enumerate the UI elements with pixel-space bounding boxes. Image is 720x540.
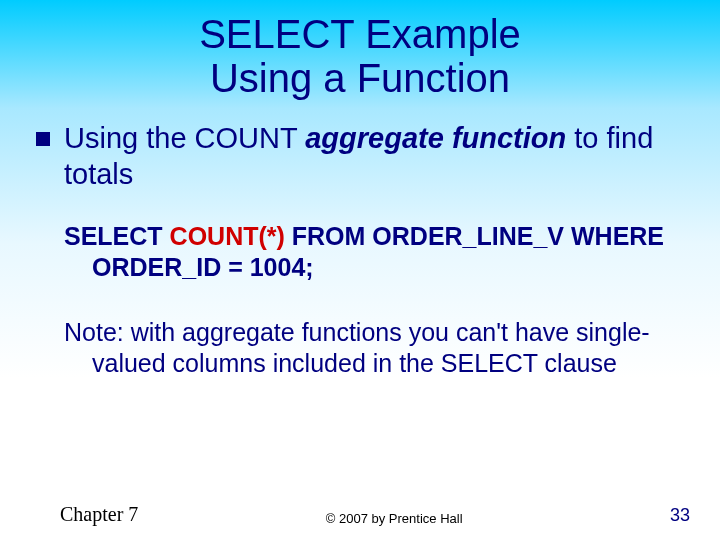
footer-copyright: © 2007 by Prentice Hall (138, 511, 650, 526)
slide-footer: Chapter 7 © 2007 by Prentice Hall 33 (0, 503, 720, 526)
title-line-1: SELECT Example (199, 12, 521, 56)
bullet-emph: aggregate function (305, 122, 566, 154)
footer-chapter: Chapter 7 (60, 503, 138, 526)
slide-body: Using the COUNT aggregate function to fi… (0, 100, 720, 378)
title-line-2: Using a Function (210, 56, 510, 100)
bullet-item: Using the COUNT aggregate function to fi… (36, 120, 690, 193)
code-block: SELECT COUNT(*) FROM ORDER_LINE_V WHERE … (64, 221, 690, 284)
slide: SELECT Example Using a Function Using th… (0, 0, 720, 540)
bullet-pre: Using the COUNT (64, 122, 305, 154)
square-bullet-icon (36, 132, 50, 146)
note-text: Note: with aggregate functions you can't… (64, 317, 690, 378)
bullet-text: Using the COUNT aggregate function to fi… (64, 120, 690, 193)
footer-page-number: 33 (650, 505, 690, 526)
code-pre: SELECT (64, 222, 170, 250)
slide-title: SELECT Example Using a Function (0, 0, 720, 100)
code-red: COUNT(*) (170, 222, 285, 250)
